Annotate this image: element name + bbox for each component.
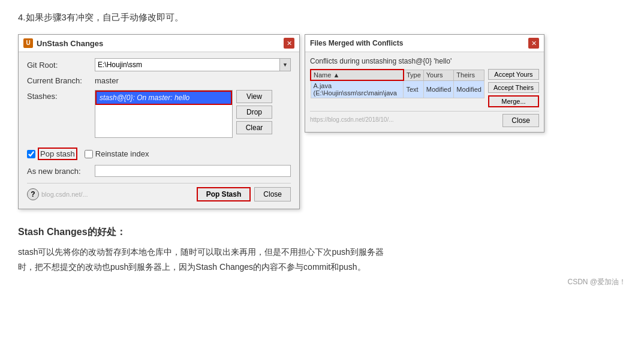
- conflicts-label: Conflicts during unstashing stash@{0} 'h…: [310, 57, 539, 65]
- merged-bottom: https://blog.csdn.net/2018/10/... Close: [310, 111, 539, 127]
- git-root-input[interactable]: [95, 61, 279, 69]
- pop-stash-button[interactable]: Pop Stash: [197, 187, 251, 201]
- git-root-row: Git Root: ▼: [27, 58, 291, 71]
- bottom-bar-left: ? blog.csdn.net/...: [27, 188, 88, 200]
- unstash-body: Git Root: ▼ Current Branch: master Stash…: [19, 52, 299, 209]
- reinstate-checkbox-item: Reinstate index: [85, 149, 149, 158]
- git-root-label: Git Root:: [27, 61, 90, 70]
- current-branch-label: Current Branch:: [27, 76, 90, 85]
- type-col-header: Type: [404, 70, 423, 80]
- unstash-close-button[interactable]: Close: [254, 187, 291, 201]
- section-title: Stash Changes的好处：: [18, 226, 626, 239]
- stashes-row: Stashes: stash@{0}: On master: hello Vie…: [27, 90, 291, 143]
- merged-title: Files Merged with Conflicts: [310, 39, 403, 47]
- bottom-bar: ? blog.csdn.net/... Pop Stash Close: [27, 183, 291, 203]
- files-table-header: Name ▲ Type Yours Theirs: [311, 70, 484, 80]
- pop-stash-label: Pop stash: [38, 148, 77, 160]
- section-body-line1: stash可以先将你的改动暂存到本地仓库中，随时可以取出来再用，但是不用担心下次…: [18, 245, 626, 260]
- name-col-header: Name ▲: [311, 70, 404, 80]
- theirs-col-header: Theirs: [454, 70, 484, 80]
- unstash-title: UnStash Changes: [37, 39, 103, 48]
- branch-row: As new branch:: [27, 165, 291, 177]
- bottom-bar-right: Pop Stash Close: [197, 187, 291, 201]
- branch-input[interactable]: [95, 165, 291, 177]
- files-table: Name ▲ Type Yours Theirs A.java (E:\Houj…: [310, 69, 484, 98]
- table-wrapper: Name ▲ Type Yours Theirs A.java (E:\Houj…: [310, 69, 484, 107]
- unstash-close-x-button[interactable]: ✕: [284, 38, 294, 49]
- url-text: https://blog.csdn.net/2018/10/...: [310, 116, 394, 123]
- files-table-body: A.java (E:\Houjin\ssm\src\main\java Text…: [311, 80, 484, 98]
- merged-dialog: Files Merged with Conflicts ✕ Conflicts …: [305, 34, 544, 133]
- merge-button[interactable]: Merge...: [488, 95, 539, 107]
- accept-yours-button[interactable]: Accept Yours: [488, 69, 539, 80]
- pop-stash-checkbox-item: Pop stash: [27, 148, 77, 160]
- checkboxes-row: Pop stash Reinstate index: [27, 148, 291, 160]
- header-row: Name ▲ Type Yours Theirs: [311, 70, 484, 80]
- view-button[interactable]: View: [236, 90, 272, 103]
- file-theirs-cell: Modified: [454, 80, 484, 98]
- clear-button[interactable]: Clear: [236, 121, 272, 134]
- section-body: stash可以先将你的改动暂存到本地仓库中，随时可以取出来再用，但是不用担心下次…: [18, 245, 626, 275]
- git-root-arrow-icon[interactable]: ▼: [279, 59, 290, 71]
- reinstate-label: Reinstate index: [95, 149, 149, 158]
- stashes-buttons: View Drop Clear: [236, 90, 272, 138]
- step-header: 4.如果步骤3有冲突，自己手动修改即可。: [18, 12, 626, 23]
- reinstate-checkbox[interactable]: [85, 150, 93, 158]
- unstash-titlebar: U UnStash Changes ✕: [19, 35, 299, 52]
- stashes-list[interactable]: stash@{0}: On master: hello: [95, 90, 233, 138]
- stashes-label: Stashes:: [27, 90, 90, 101]
- url-area: https://blog.csdn.net/2018/10/...: [310, 114, 502, 127]
- file-type-cell: Text: [404, 80, 423, 98]
- pop-stash-checkbox[interactable]: [27, 150, 35, 158]
- git-root-combo[interactable]: ▼: [95, 58, 291, 71]
- drop-button[interactable]: Drop: [236, 106, 272, 119]
- merged-close-button[interactable]: Close: [502, 114, 539, 127]
- current-branch-row: Current Branch: master: [27, 76, 291, 85]
- merged-titlebar: Files Merged with Conflicts ✕: [305, 35, 544, 52]
- merged-table-area: Name ▲ Type Yours Theirs A.java (E:\Houj…: [310, 69, 539, 107]
- file-name-cell: A.java (E:\Houjin\ssm\src\main\java: [311, 80, 404, 98]
- merged-body: Conflicts during unstashing stash@{0} 'h…: [305, 52, 544, 132]
- unstash-title-left: U UnStash Changes: [23, 38, 103, 48]
- current-branch-value: master: [95, 76, 119, 85]
- stash-list-item[interactable]: stash@{0}: On master: hello: [95, 91, 232, 105]
- stashes-section: stash@{0}: On master: hello View Drop Cl…: [95, 90, 272, 138]
- watermark-text: blog.csdn.net/...: [41, 191, 88, 198]
- merged-buttons-col: Accept Yours Accept Theirs Merge...: [488, 69, 539, 107]
- unstash-dialog: U UnStash Changes ✕ Git Root: ▼ Current …: [18, 34, 300, 209]
- yours-col-header: Yours: [423, 70, 454, 80]
- help-button[interactable]: ?: [27, 188, 39, 200]
- unstash-icon: U: [23, 38, 33, 48]
- branch-label: As new branch:: [27, 167, 90, 176]
- table-row[interactable]: A.java (E:\Houjin\ssm\src\main\java Text…: [311, 80, 484, 98]
- section-body-line2: 时，把不想提交的改动也push到服务器上，因为Stash Changes的内容不…: [18, 260, 626, 275]
- footer-text: CSDN @爱加油！: [18, 277, 626, 287]
- merged-close-x-button[interactable]: ✕: [528, 38, 539, 49]
- dialogs-container: U UnStash Changes ✕ Git Root: ▼ Current …: [18, 34, 626, 209]
- file-yours-cell: Modified: [423, 80, 454, 98]
- accept-theirs-button[interactable]: Accept Theirs: [488, 82, 539, 93]
